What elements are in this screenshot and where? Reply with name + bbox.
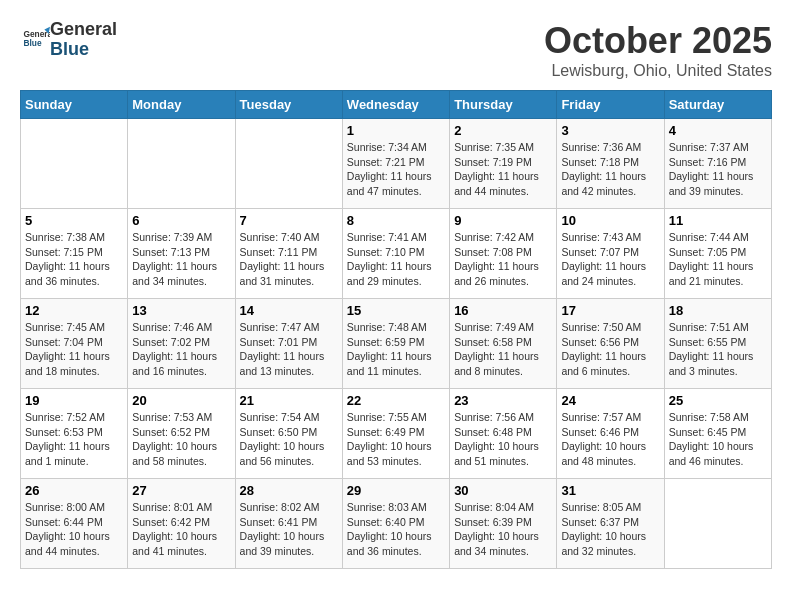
day-cell: 2Sunrise: 7:35 AM Sunset: 7:19 PM Daylig…: [450, 119, 557, 209]
day-cell: 13Sunrise: 7:46 AM Sunset: 7:02 PM Dayli…: [128, 299, 235, 389]
day-info: Sunrise: 7:41 AM Sunset: 7:10 PM Dayligh…: [347, 230, 445, 289]
day-info: Sunrise: 7:44 AM Sunset: 7:05 PM Dayligh…: [669, 230, 767, 289]
calendar-table: SundayMondayTuesdayWednesdayThursdayFrid…: [20, 90, 772, 569]
day-number: 2: [454, 123, 552, 138]
day-info: Sunrise: 7:49 AM Sunset: 6:58 PM Dayligh…: [454, 320, 552, 379]
day-cell: 30Sunrise: 8:04 AM Sunset: 6:39 PM Dayli…: [450, 479, 557, 569]
logo-general-text: General: [50, 19, 117, 39]
day-cell: 16Sunrise: 7:49 AM Sunset: 6:58 PM Dayli…: [450, 299, 557, 389]
weekday-header-friday: Friday: [557, 91, 664, 119]
day-number: 13: [132, 303, 230, 318]
day-number: 22: [347, 393, 445, 408]
day-info: Sunrise: 7:43 AM Sunset: 7:07 PM Dayligh…: [561, 230, 659, 289]
weekday-header-thursday: Thursday: [450, 91, 557, 119]
day-number: 15: [347, 303, 445, 318]
calendar-header: SundayMondayTuesdayWednesdayThursdayFrid…: [21, 91, 772, 119]
weekday-header-tuesday: Tuesday: [235, 91, 342, 119]
weekday-header-saturday: Saturday: [664, 91, 771, 119]
day-cell: 22Sunrise: 7:55 AM Sunset: 6:49 PM Dayli…: [342, 389, 449, 479]
day-info: Sunrise: 7:39 AM Sunset: 7:13 PM Dayligh…: [132, 230, 230, 289]
day-number: 23: [454, 393, 552, 408]
day-info: Sunrise: 7:50 AM Sunset: 6:56 PM Dayligh…: [561, 320, 659, 379]
day-info: Sunrise: 8:05 AM Sunset: 6:37 PM Dayligh…: [561, 500, 659, 559]
location-text: Lewisburg, Ohio, United States: [544, 62, 772, 80]
weekday-header-wednesday: Wednesday: [342, 91, 449, 119]
day-info: Sunrise: 7:42 AM Sunset: 7:08 PM Dayligh…: [454, 230, 552, 289]
day-cell: 23Sunrise: 7:56 AM Sunset: 6:48 PM Dayli…: [450, 389, 557, 479]
day-number: 20: [132, 393, 230, 408]
calendar-body: 1Sunrise: 7:34 AM Sunset: 7:21 PM Daylig…: [21, 119, 772, 569]
day-info: Sunrise: 7:46 AM Sunset: 7:02 PM Dayligh…: [132, 320, 230, 379]
day-number: 7: [240, 213, 338, 228]
weekday-header-sunday: Sunday: [21, 91, 128, 119]
day-info: Sunrise: 8:00 AM Sunset: 6:44 PM Dayligh…: [25, 500, 123, 559]
day-info: Sunrise: 7:55 AM Sunset: 6:49 PM Dayligh…: [347, 410, 445, 469]
day-number: 12: [25, 303, 123, 318]
day-number: 11: [669, 213, 767, 228]
week-row-3: 12Sunrise: 7:45 AM Sunset: 7:04 PM Dayli…: [21, 299, 772, 389]
day-number: 3: [561, 123, 659, 138]
day-cell: 10Sunrise: 7:43 AM Sunset: 7:07 PM Dayli…: [557, 209, 664, 299]
day-number: 9: [454, 213, 552, 228]
day-cell: [664, 479, 771, 569]
day-cell: 19Sunrise: 7:52 AM Sunset: 6:53 PM Dayli…: [21, 389, 128, 479]
day-number: 14: [240, 303, 338, 318]
day-info: Sunrise: 7:57 AM Sunset: 6:46 PM Dayligh…: [561, 410, 659, 469]
day-cell: 25Sunrise: 7:58 AM Sunset: 6:45 PM Dayli…: [664, 389, 771, 479]
day-cell: 31Sunrise: 8:05 AM Sunset: 6:37 PM Dayli…: [557, 479, 664, 569]
day-number: 19: [25, 393, 123, 408]
day-number: 6: [132, 213, 230, 228]
day-info: Sunrise: 7:54 AM Sunset: 6:50 PM Dayligh…: [240, 410, 338, 469]
day-cell: [128, 119, 235, 209]
day-cell: 8Sunrise: 7:41 AM Sunset: 7:10 PM Daylig…: [342, 209, 449, 299]
day-info: Sunrise: 7:56 AM Sunset: 6:48 PM Dayligh…: [454, 410, 552, 469]
week-row-2: 5Sunrise: 7:38 AM Sunset: 7:15 PM Daylig…: [21, 209, 772, 299]
day-cell: 12Sunrise: 7:45 AM Sunset: 7:04 PM Dayli…: [21, 299, 128, 389]
day-number: 26: [25, 483, 123, 498]
day-cell: 14Sunrise: 7:47 AM Sunset: 7:01 PM Dayli…: [235, 299, 342, 389]
day-number: 1: [347, 123, 445, 138]
week-row-4: 19Sunrise: 7:52 AM Sunset: 6:53 PM Dayli…: [21, 389, 772, 479]
page-header: General Blue General Blue October 2025 L…: [20, 20, 772, 80]
day-info: Sunrise: 7:48 AM Sunset: 6:59 PM Dayligh…: [347, 320, 445, 379]
day-number: 18: [669, 303, 767, 318]
day-info: Sunrise: 7:40 AM Sunset: 7:11 PM Dayligh…: [240, 230, 338, 289]
day-cell: 27Sunrise: 8:01 AM Sunset: 6:42 PM Dayli…: [128, 479, 235, 569]
day-number: 16: [454, 303, 552, 318]
day-number: 10: [561, 213, 659, 228]
day-info: Sunrise: 8:02 AM Sunset: 6:41 PM Dayligh…: [240, 500, 338, 559]
day-info: Sunrise: 7:53 AM Sunset: 6:52 PM Dayligh…: [132, 410, 230, 469]
day-info: Sunrise: 7:38 AM Sunset: 7:15 PM Dayligh…: [25, 230, 123, 289]
day-number: 4: [669, 123, 767, 138]
svg-text:Blue: Blue: [23, 38, 41, 48]
day-info: Sunrise: 8:03 AM Sunset: 6:40 PM Dayligh…: [347, 500, 445, 559]
day-number: 17: [561, 303, 659, 318]
day-number: 31: [561, 483, 659, 498]
day-cell: 18Sunrise: 7:51 AM Sunset: 6:55 PM Dayli…: [664, 299, 771, 389]
week-row-1: 1Sunrise: 7:34 AM Sunset: 7:21 PM Daylig…: [21, 119, 772, 209]
day-number: 28: [240, 483, 338, 498]
day-cell: [21, 119, 128, 209]
day-info: Sunrise: 7:47 AM Sunset: 7:01 PM Dayligh…: [240, 320, 338, 379]
day-number: 30: [454, 483, 552, 498]
day-info: Sunrise: 7:34 AM Sunset: 7:21 PM Dayligh…: [347, 140, 445, 199]
day-cell: 28Sunrise: 8:02 AM Sunset: 6:41 PM Dayli…: [235, 479, 342, 569]
day-cell: 17Sunrise: 7:50 AM Sunset: 6:56 PM Dayli…: [557, 299, 664, 389]
weekday-row: SundayMondayTuesdayWednesdayThursdayFrid…: [21, 91, 772, 119]
day-cell: 20Sunrise: 7:53 AM Sunset: 6:52 PM Dayli…: [128, 389, 235, 479]
day-number: 29: [347, 483, 445, 498]
day-cell: 1Sunrise: 7:34 AM Sunset: 7:21 PM Daylig…: [342, 119, 449, 209]
day-info: Sunrise: 7:36 AM Sunset: 7:18 PM Dayligh…: [561, 140, 659, 199]
day-cell: 7Sunrise: 7:40 AM Sunset: 7:11 PM Daylig…: [235, 209, 342, 299]
day-cell: 6Sunrise: 7:39 AM Sunset: 7:13 PM Daylig…: [128, 209, 235, 299]
day-info: Sunrise: 7:35 AM Sunset: 7:19 PM Dayligh…: [454, 140, 552, 199]
day-cell: 29Sunrise: 8:03 AM Sunset: 6:40 PM Dayli…: [342, 479, 449, 569]
month-title: October 2025: [544, 20, 772, 62]
day-cell: 24Sunrise: 7:57 AM Sunset: 6:46 PM Dayli…: [557, 389, 664, 479]
day-info: Sunrise: 7:45 AM Sunset: 7:04 PM Dayligh…: [25, 320, 123, 379]
day-number: 24: [561, 393, 659, 408]
day-number: 21: [240, 393, 338, 408]
title-block: October 2025 Lewisburg, Ohio, United Sta…: [544, 20, 772, 80]
day-number: 27: [132, 483, 230, 498]
week-row-5: 26Sunrise: 8:00 AM Sunset: 6:44 PM Dayli…: [21, 479, 772, 569]
